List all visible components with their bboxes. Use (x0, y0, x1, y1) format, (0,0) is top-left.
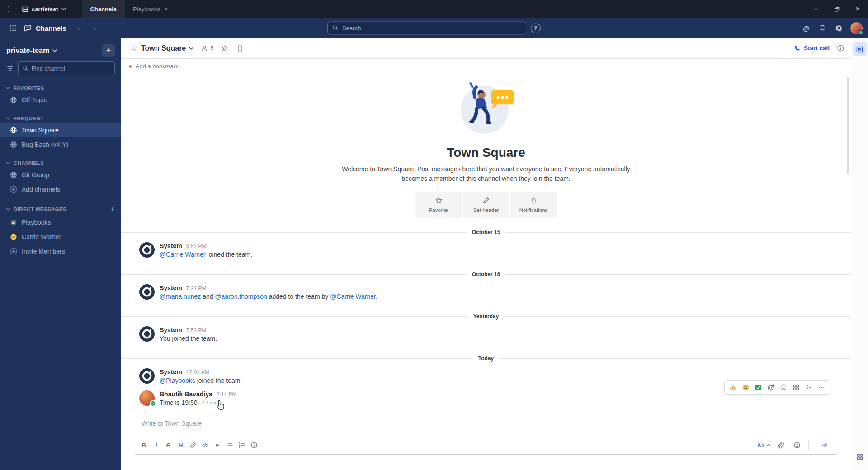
sidebar-item-off-topic[interactable]: Off-Topic (0, 93, 121, 107)
sidebar-item-playbooks-bot[interactable]: Playbooks (0, 215, 121, 230)
add-channel-plus-button[interactable]: + (102, 44, 115, 57)
main-area: private-team + FAVORITES (0, 38, 868, 470)
show-formatting-toggle[interactable]: Aa (757, 442, 770, 449)
sidebar-item-town-square[interactable]: Town Square (0, 123, 121, 137)
add-bookmark-button[interactable]: + Add a bookmark (121, 59, 851, 74)
message-composer[interactable]: B I S H </> “ (134, 414, 838, 455)
system-avatar (139, 284, 155, 300)
tab-playbooks[interactable]: Playbooks × (125, 0, 176, 18)
minimize-button[interactable]: – (806, 0, 826, 18)
close-window-button[interactable]: × (847, 0, 868, 18)
bold-icon[interactable]: B (138, 439, 150, 451)
channel-filter-icon[interactable] (6, 65, 14, 72)
add-direct-message-icon[interactable]: + (110, 205, 115, 213)
thumbs-up-emoji-button[interactable] (727, 382, 738, 393)
product-switcher-icon[interactable] (5, 21, 20, 35)
message-input[interactable] (134, 414, 838, 436)
sidebar-item-git-group[interactable]: Git Group (0, 168, 121, 182)
formatting-toolbar: B I S H </> “ (134, 436, 838, 454)
favorite-star-icon[interactable]: ☆ (127, 42, 140, 55)
sidebar-item-add-channels[interactable]: Add channels (0, 182, 121, 197)
check-mark-emoji-button[interactable] (753, 382, 764, 393)
section-direct-messages[interactable]: DIRECT MESSAGES + (0, 203, 121, 215)
mention-link[interactable]: @aaron.thompson (215, 293, 267, 300)
saved-messages-icon[interactable] (816, 21, 829, 35)
global-search[interactable] (327, 22, 526, 35)
message-row[interactable]: System 9:52 PM @Carrie Warner joined the… (121, 238, 851, 260)
pinned-posts-button[interactable] (218, 42, 231, 55)
sidebar-item-bug-bash[interactable]: Bug Bash (vX.Y) (0, 137, 121, 152)
mention-link[interactable]: @Carrie Warner (160, 251, 206, 258)
find-channel-box[interactable] (18, 61, 115, 75)
apps-grid-icon[interactable] (853, 450, 867, 464)
mention-link[interactable]: @maria.nunez (160, 293, 201, 300)
server-selector[interactable]: carrietest (17, 0, 71, 18)
user-avatar[interactable] (850, 22, 863, 34)
intro-favorite-button[interactable]: Favorite (415, 192, 462, 218)
forward-icon[interactable]: → (87, 22, 100, 34)
code-icon[interactable]: </> (199, 439, 211, 451)
message-author[interactable]: System (160, 284, 182, 291)
star-icon (435, 197, 443, 204)
history-nav: ← → (74, 22, 100, 34)
add-reaction-icon[interactable] (765, 382, 776, 393)
user-avatar-bhautik[interactable] (139, 390, 155, 406)
smile-emoji-button[interactable] (740, 382, 751, 393)
message-row[interactable]: System 7:52 PM You joined the team. (121, 322, 851, 344)
sidebar-item-carrie-warner[interactable]: Carrie Warner (0, 230, 121, 244)
tab-channels[interactable]: Channels (82, 0, 125, 18)
section-favorites[interactable]: FAVORITES (0, 84, 121, 93)
message-author[interactable]: System (160, 368, 182, 376)
restore-button[interactable] (826, 0, 847, 18)
close-tab-icon[interactable]: × (164, 5, 168, 13)
message-author[interactable]: System (160, 242, 182, 249)
link-icon[interactable] (187, 439, 199, 451)
quote-icon[interactable]: “ (211, 439, 223, 451)
intro-set-header-button[interactable]: Set header (463, 192, 509, 218)
global-header: Channels ← → ? @ (0, 18, 868, 38)
channel-files-button[interactable] (234, 42, 246, 55)
scrollbar-thumb[interactable] (847, 77, 849, 174)
settings-icon[interactable] (832, 21, 845, 35)
heading-icon[interactable]: H (175, 439, 187, 451)
app-menu-icon[interactable]: ⋮ (0, 0, 17, 18)
message-author[interactable]: Bhautik Bavadiya (160, 390, 212, 398)
emoji-picker-icon[interactable] (791, 439, 803, 451)
save-message-icon[interactable] (778, 382, 789, 393)
intro-notifications-button[interactable]: Notifications (510, 192, 557, 218)
send-message-button[interactable] (814, 438, 834, 452)
message-author[interactable]: System (160, 326, 182, 334)
gear-icon (835, 24, 843, 32)
channel-title-menu[interactable]: Town Square (141, 44, 193, 52)
message-apps-icon[interactable] (791, 382, 802, 393)
rail-active-plugin-icon[interactable] (853, 42, 867, 56)
bulleted-list-icon[interactable] (223, 439, 236, 451)
strikethrough-icon[interactable]: S (162, 439, 175, 451)
search-input[interactable] (342, 25, 521, 32)
mention-link[interactable]: @Carrie Warner (330, 293, 376, 300)
attachment-icon[interactable] (774, 439, 787, 451)
start-call-button[interactable]: Start call (794, 45, 830, 52)
message-row[interactable]: System 7:21 PM @maria.nunez and @aaron.t… (121, 280, 851, 302)
server-icon (22, 6, 28, 13)
message-row-hovered[interactable]: ⋯ Bhautik Bavadiya 2:14 PM Time is 19:50… (121, 386, 851, 408)
channel-sidebar: private-team + FAVORITES (0, 38, 121, 470)
reply-icon[interactable] (803, 382, 814, 393)
italic-icon[interactable]: I (150, 439, 162, 451)
formatting-help-icon[interactable] (248, 439, 260, 451)
numbered-list-icon[interactable] (236, 439, 248, 451)
find-channel-input[interactable] (32, 65, 110, 72)
team-menu[interactable]: private-team (6, 47, 57, 55)
message-feed[interactable]: Town Square Welcome to Town Square. Post… (121, 74, 851, 411)
members-button[interactable]: 5 (199, 42, 215, 55)
mention-link[interactable]: @Playbooks (160, 377, 195, 384)
help-icon[interactable]: ? (531, 23, 541, 33)
channel-info-icon[interactable] (837, 44, 844, 52)
section-frequent[interactable]: FREQUENT (0, 114, 121, 123)
back-icon[interactable]: ← (74, 22, 86, 34)
mentions-icon[interactable]: @ (799, 21, 813, 35)
more-actions-icon[interactable]: ⋯ (816, 382, 827, 393)
section-channels[interactable]: CHANNELS (0, 159, 121, 168)
sidebar-item-invite-members[interactable]: Invite Members (0, 244, 121, 258)
channel-header: ☆ Town Square 5 (121, 38, 851, 59)
